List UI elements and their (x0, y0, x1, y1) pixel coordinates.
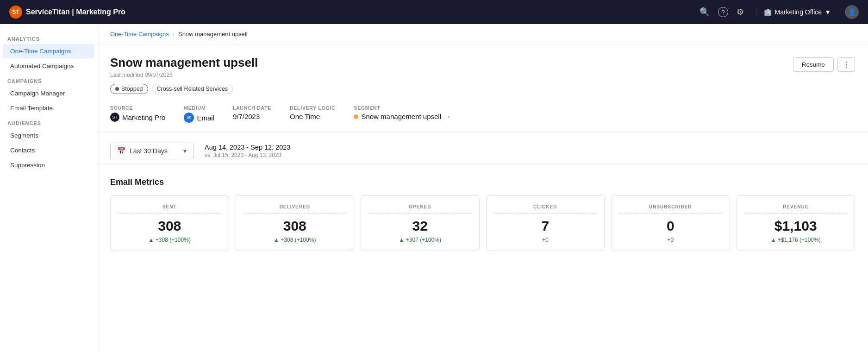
sidebar-item-automated-campaigns[interactable]: Automated Campaigns (3, 59, 94, 73)
sidebar-item-label: Email Template (10, 105, 53, 112)
sidebar-item-label: Campaign Manager (10, 90, 65, 97)
metric-value-opened: 32 (368, 218, 472, 234)
metrics-cards-row: SENT 308 ▲ +308 (+100%) DELIVERED 308 ▲ … (110, 195, 855, 251)
campaign-header: Snow management upsell Last modified 09/… (97, 44, 868, 132)
segment-status-dot-icon (354, 114, 358, 119)
metric-card-delivered: DELIVERED 308 ▲ +308 (+100%) (236, 195, 355, 251)
metric-label-sent: SENT (118, 204, 221, 214)
settings-icon[interactable]: ⚙ (737, 7, 744, 17)
metric-card-clicked: CLICKED 7 +0 (486, 195, 605, 251)
brand-label: ServiceTitan | Marketing Pro (26, 8, 125, 16)
email-metrics-section: Email Metrics SENT 308 ▲ +308 (+100%) DE… (97, 164, 868, 264)
metric-label-opened: OPENED (368, 204, 472, 214)
metric-change-revenue: ▲ +$1,176 (+100%) (744, 237, 848, 243)
email-metrics-title: Email Metrics (110, 177, 855, 187)
dropdown-chevron-icon: ▾ (183, 147, 187, 155)
meta-delivery-logic: DELIVERY LOGIC One Time (290, 105, 335, 123)
meta-launch-label: LAUNCH DATE (233, 105, 271, 111)
metric-value-clicked: 7 (494, 218, 597, 234)
building-icon: 🏢 (764, 8, 772, 16)
meta-segment-label: SEGMENT (354, 105, 451, 111)
resume-button[interactable]: Resume (793, 57, 834, 72)
date-range-vs: vs. Jul 15, 2023 - Aug 13, 2023 (205, 152, 290, 158)
sidebar-item-segments[interactable]: Segments (3, 128, 94, 143)
help-icon[interactable]: ? (718, 7, 728, 17)
sidebar-item-one-time-campaigns[interactable]: One-Time Campaigns (3, 44, 94, 58)
breadcrumb-parent-link[interactable]: One-Time Campaigns (110, 31, 169, 38)
user-avatar[interactable]: 👤 (845, 5, 859, 19)
meta-medium-text: Email (197, 114, 214, 122)
sidebar-section-analytics: ANALYTICS (0, 31, 97, 44)
metric-change-sent: ▲ +308 (+100%) (118, 237, 221, 243)
meta-medium-label: MEDIUM (184, 105, 214, 111)
sidebar-item-email-template[interactable]: Email Template (3, 101, 94, 115)
campaign-meta-row: SOURCE ST Marketing Pro MEDIUM ✉ Email L… (110, 105, 855, 123)
campaign-modified: Last modified 09/07/2023 (110, 72, 258, 78)
meta-segment-text: Snow management upsell (361, 113, 441, 120)
metric-value-revenue: $1,103 (744, 218, 848, 234)
search-icon[interactable]: 🔍 (699, 7, 710, 17)
more-options-button[interactable]: ⋮ (837, 57, 855, 72)
sidebar: ANALYTICS One-Time Campaigns Automated C… (0, 24, 97, 352)
calendar-icon: 📅 (117, 147, 126, 155)
campaign-actions: Resume ⋮ (793, 57, 855, 72)
meta-source-text: Marketing Pro (122, 113, 165, 121)
date-range-dropdown[interactable]: 📅 Last 30 Days ▾ (110, 143, 194, 159)
category-badge: Cross-sell Related Services (152, 84, 233, 94)
breadcrumb: One-Time Campaigns › Snow management ups… (97, 24, 868, 44)
office-selector[interactable]: 🏢 Marketing Office ▼ (756, 8, 831, 16)
metric-card-unsubscribed: UNSUBSCRIBED 0 +0 (611, 195, 730, 251)
metric-card-sent: SENT 308 ▲ +308 (+100%) (110, 195, 229, 251)
stopped-badge: Stopped (110, 84, 148, 94)
brand-logo-area: ST ServiceTitan | Marketing Pro (9, 6, 699, 19)
metric-value-delivered: 308 (244, 218, 347, 234)
metric-change-unsubscribed: +0 (619, 237, 722, 243)
meta-segment: SEGMENT Snow management upsell → (354, 105, 451, 123)
office-label: Marketing Office (774, 8, 822, 16)
metric-card-opened: OPENED 32 ▲ +307 (+100%) (361, 195, 480, 251)
meta-medium: MEDIUM ✉ Email (184, 105, 214, 123)
sidebar-section-campaigns: CAMPAIGNS (0, 74, 97, 86)
sidebar-item-label: Suppression (10, 162, 45, 169)
office-chevron-icon: ▼ (824, 8, 831, 16)
campaign-badges: Stopped Cross-sell Related Services (110, 84, 258, 94)
metric-label-clicked: CLICKED (494, 204, 597, 214)
metric-value-unsubscribed: 0 (619, 218, 722, 234)
breadcrumb-separator: › (173, 31, 175, 38)
sidebar-item-label: Contacts (10, 147, 35, 154)
date-range-main: Aug 14, 2023 - Sep 12, 2023 (205, 144, 290, 151)
metric-change-clicked: +0 (494, 237, 597, 243)
meta-delivery-label: DELIVERY LOGIC (290, 105, 335, 111)
meta-source: SOURCE ST Marketing Pro (110, 105, 165, 123)
campaign-title-row: Snow management upsell Last modified 09/… (110, 56, 855, 105)
sidebar-item-campaign-manager[interactable]: Campaign Manager (3, 86, 94, 101)
stopped-dot-icon (115, 87, 119, 91)
meta-source-label: SOURCE (110, 105, 165, 111)
metric-change-delivered: ▲ +308 (+100%) (244, 237, 347, 243)
metric-card-revenue: REVENUE $1,103 ▲ +$1,176 (+100%) (737, 195, 856, 251)
sidebar-item-label: Automated Campaigns (10, 63, 74, 69)
metric-value-sent: 308 (118, 218, 221, 234)
date-range-info: Aug 14, 2023 - Sep 12, 2023 vs. Jul 15, … (205, 144, 290, 158)
topnav-icons-group: 🔍 ? ⚙ 🏢 Marketing Office ▼ 👤 (699, 5, 859, 19)
marketing-pro-icon: ST (110, 113, 119, 122)
metric-label-revenue: REVENUE (744, 204, 848, 214)
sidebar-item-label: Segments (10, 132, 38, 139)
sidebar-item-label: One-Time Campaigns (10, 48, 71, 55)
metric-change-opened: ▲ +307 (+100%) (368, 237, 472, 243)
meta-delivery-value: One Time (290, 113, 335, 120)
meta-source-value: ST Marketing Pro (110, 113, 165, 122)
meta-medium-value: ✉ Email (184, 113, 214, 123)
metric-label-delivered: DELIVERED (244, 204, 347, 214)
brand-icon: ST (9, 6, 22, 19)
segment-link-arrow-icon[interactable]: → (444, 113, 451, 120)
meta-launch-date: LAUNCH DATE 9/7/2023 (233, 105, 271, 123)
sidebar-section-audiences: AUDIENCES (0, 116, 97, 128)
top-navigation: ST ServiceTitan | Marketing Pro 🔍 ? ⚙ 🏢 … (0, 0, 868, 24)
sidebar-item-contacts[interactable]: Contacts (3, 143, 94, 157)
meta-launch-value: 9/7/2023 (233, 113, 271, 120)
date-range-label: Last 30 Days (130, 147, 168, 155)
sidebar-item-suppression[interactable]: Suppression (3, 158, 94, 172)
breadcrumb-current: Snow management upsell (178, 31, 248, 38)
main-layout: ANALYTICS One-Time Campaigns Automated C… (0, 24, 868, 352)
